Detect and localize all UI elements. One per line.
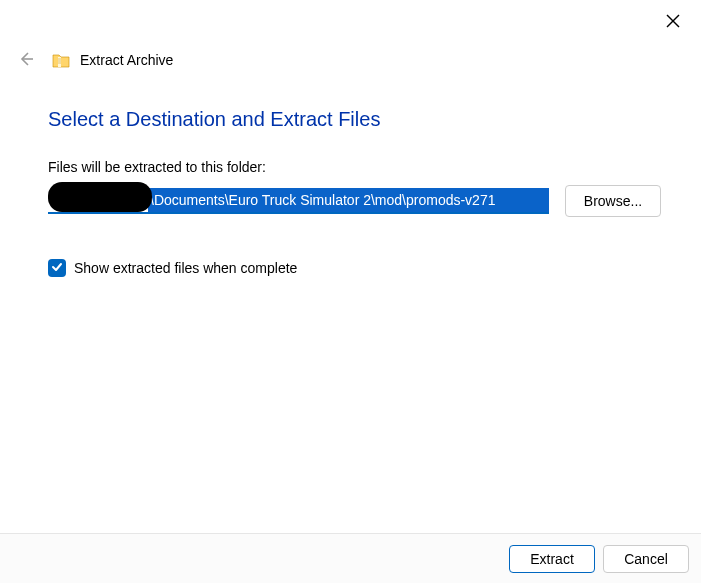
header: Extract Archive: [12, 46, 173, 74]
content-area: Select a Destination and Extract Files F…: [48, 108, 661, 277]
path-label: Files will be extracted to this folder:: [48, 159, 661, 175]
arrow-left-icon: [18, 51, 34, 70]
path-row: \Documents\Euro Truck Simulator 2\mod\pr…: [48, 185, 661, 217]
cancel-button[interactable]: Cancel: [603, 545, 689, 573]
checkmark-icon: [51, 260, 63, 276]
page-heading: Select a Destination and Extract Files: [48, 108, 661, 131]
show-extracted-label[interactable]: Show extracted files when complete: [74, 260, 297, 276]
redacted-path-segment: [48, 182, 152, 212]
browse-button[interactable]: Browse...: [565, 185, 661, 217]
archive-folder-icon: [52, 52, 70, 68]
window-title: Extract Archive: [80, 52, 173, 68]
destination-path-value: \Documents\Euro Truck Simulator 2\mod\pr…: [148, 188, 549, 212]
extract-button[interactable]: Extract: [509, 545, 595, 573]
show-extracted-checkbox[interactable]: [48, 259, 66, 277]
svg-rect-3: [58, 57, 61, 67]
footer: Extract Cancel: [0, 533, 701, 583]
destination-path-input[interactable]: \Documents\Euro Truck Simulator 2\mod\pr…: [48, 188, 549, 214]
close-icon: [666, 14, 680, 31]
back-button[interactable]: [12, 46, 40, 74]
close-button[interactable]: [655, 8, 691, 36]
checkbox-row: Show extracted files when complete: [48, 259, 661, 277]
